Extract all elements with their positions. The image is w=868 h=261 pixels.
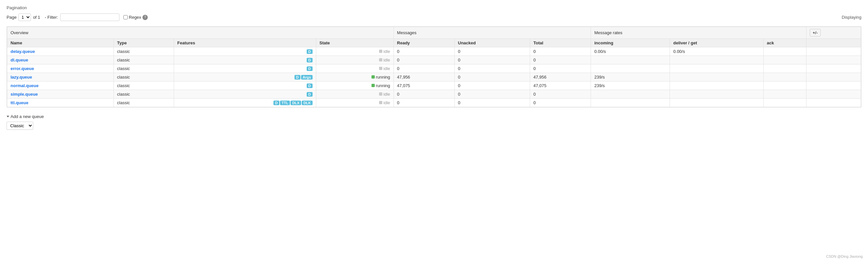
feature-badge: DLX [290,101,301,105]
add-queue-toggle[interactable]: Add a new queue [7,114,44,119]
queue-state-cell: idle [316,56,394,64]
classic-select[interactable]: Classic Quorum Stream [7,122,33,130]
displaying-label: Displaying [842,15,861,20]
running-dot-icon [371,75,375,78]
queue-ack-cell [763,56,806,64]
queue-deliver-cell [670,90,763,99]
queue-state-cell: idle [316,64,394,73]
page-select[interactable]: 1 [19,13,31,21]
queue-name-cell: error.queue [7,64,114,73]
queue-type-cell: classic [114,90,174,99]
feature-badge: D [307,58,313,62]
col-incoming: incoming [591,39,670,47]
queue-name-link[interactable]: lazy.queue [10,75,32,79]
queue-ack-cell [763,64,806,73]
queue-state-text: running [376,83,390,88]
queue-ack-cell [763,73,806,81]
col-total: Total [530,39,591,47]
help-icon[interactable]: ? [143,15,148,20]
queue-unacked-cell: 0 [455,99,530,107]
col-name: Name [7,39,114,47]
plus-minus-button[interactable]: +/- [810,29,821,36]
queue-deliver-cell [670,99,763,107]
queue-unacked-cell: 0 [455,64,530,73]
table-row: lazy.queueclassicDArgsrunning47,956047,9… [7,73,861,81]
col-ack: ack [763,39,806,47]
pagination-bar: Page 1 of 1 - Filter: Regex ? Displaying [7,13,861,21]
queue-tbody: delay.queueclassicDidle0000.00/s0.00/sdl… [7,47,861,107]
feature-badge: D [307,66,313,71]
queue-type-cell: classic [114,64,174,73]
queue-incoming-cell [591,99,670,107]
queue-name-cell: normal.queue [7,81,114,90]
queue-total-cell: 0 [530,64,591,73]
col-type: Type [114,39,174,47]
idle-dot-icon [379,58,382,62]
queue-name-link[interactable]: dl.queue [10,58,28,62]
triangle-down-icon [7,116,9,117]
queue-name-link[interactable]: normal.queue [10,83,38,88]
queue-state-cell: running [316,81,394,90]
queue-extra-cell [806,90,861,99]
queue-state-text: idle [383,92,390,97]
col-features: Features [174,39,316,47]
queue-incoming-cell [591,56,670,64]
queue-ready-cell: 0 [394,64,455,73]
queue-name-cell: ttl.queue [7,99,114,107]
queue-type-cell: classic [114,99,174,107]
queue-name-link[interactable]: simple.queue [10,92,38,97]
messages-group-header: Messages [394,27,591,39]
queue-name-cell: lazy.queue [7,73,114,81]
queue-incoming-cell [591,64,670,73]
queue-features-cell: D [174,81,316,90]
queue-deliver-cell [670,64,763,73]
regex-checkbox[interactable] [123,15,128,20]
queue-ack-cell [763,81,806,90]
feature-badge: DLK [302,101,313,105]
plus-minus-th: +/- [806,27,861,39]
queue-total-cell: 0 [530,56,591,64]
queue-unacked-cell: 0 [455,90,530,99]
queue-incoming-cell [591,90,670,99]
table-row: simple.queueclassicDidle000 [7,90,861,99]
queue-total-cell: 47,075 [530,81,591,90]
filter-input[interactable] [60,13,119,21]
table-row: dl.queueclassicDidle000 [7,56,861,64]
queue-name-link[interactable]: ttl.queue [10,100,28,105]
queue-ready-cell: 47,075 [394,81,455,90]
feature-badge: D [307,49,313,54]
queue-extra-cell [806,99,861,107]
queue-type-cell: classic [114,56,174,64]
queue-ack-cell [763,47,806,56]
col-deliver-get: deliver / get [670,39,763,47]
idle-dot-icon [379,67,382,70]
col-ready: Ready [394,39,455,47]
msgrates-group-header: Message rates [591,27,806,39]
queue-ready-cell: 0 [394,90,455,99]
queue-state-cell: idle [316,90,394,99]
queue-incoming-cell: 0.00/s [591,47,670,56]
filter-label: - Filter: [45,15,58,20]
add-queue-label: Add a new queue [10,114,44,119]
queue-deliver-cell [670,73,763,81]
group-header-row: Overview Messages Message rates +/- [7,27,861,39]
add-queue-section[interactable]: Add a new queue [7,114,861,119]
col-header-row: Name Type Features State Ready Unacked T… [7,39,861,47]
table-row: normal.queueclassicDrunning47,075047,075… [7,81,861,90]
queue-extra-cell [806,56,861,64]
queue-total-cell: 47,956 [530,73,591,81]
queue-name-link[interactable]: error.queue [10,66,34,71]
queue-features-cell: D [174,56,316,64]
queue-extra-cell [806,81,861,90]
feature-badge: D [307,92,313,97]
idle-dot-icon [379,92,382,96]
queue-type-cell: classic [114,73,174,81]
queue-state-cell: running [316,73,394,81]
queue-state-text: idle [383,49,390,54]
table-row: error.queueclassicDidle000 [7,64,861,73]
queue-name-link[interactable]: delay.queue [10,49,35,54]
queue-extra-cell [806,47,861,56]
queue-name-cell: simple.queue [7,90,114,99]
running-dot-icon [371,84,375,87]
section-title: Pagination [7,5,861,10]
